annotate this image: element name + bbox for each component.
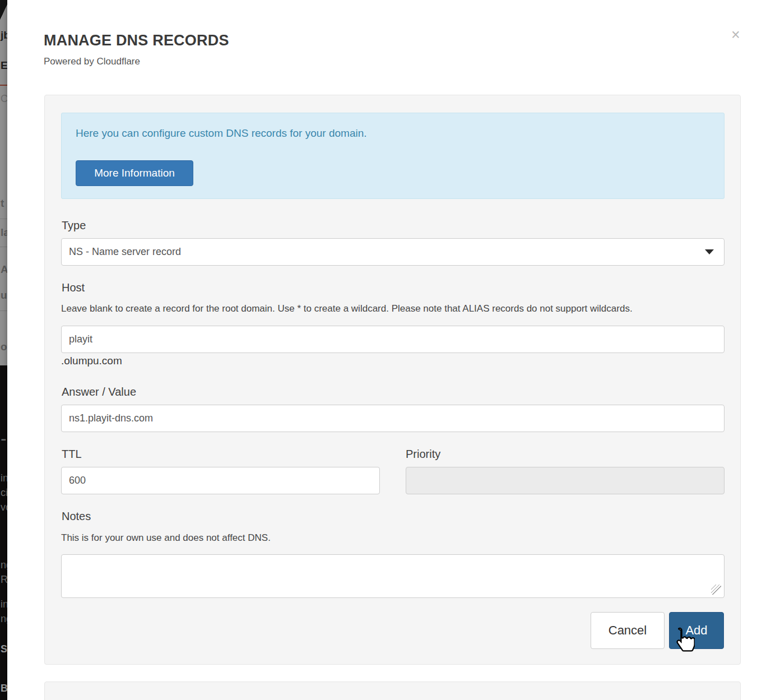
manage-dns-records-modal: MANAGE DNS RECORDS Powered by Cloudflare… [7,0,757,700]
chevron-down-icon [705,249,714,254]
close-icon[interactable]: × [728,27,744,43]
background-text-fragment: SA [1,643,7,655]
priority-label: Priority [406,448,440,461]
background-text-fragment: C [1,93,7,105]
background-divider [0,310,7,311]
modal-title: MANAGE DNS RECORDS [44,32,229,49]
background-text-fragment: BU [1,683,7,694]
background-divider-red [0,85,7,86]
background-text-fragment: un [1,289,7,302]
host-input[interactable] [61,326,725,353]
background-page-strip: jb EV C t la AM un of -[ in cif vo ng R … [0,0,7,700]
add-button[interactable]: Add [669,612,724,649]
host-help-text: Leave blank to create a record for the r… [61,303,633,314]
dns-record-form-panel: Here you can configure custom DNS record… [44,95,741,665]
ttl-label: TTL [62,448,82,461]
background-page-dark-section: -[ in cif vo ng R in ng SA BU [0,365,7,700]
background-text-fragment: vo [1,502,7,513]
priority-input [406,467,725,494]
notes-help-text: This is for your own use and does not af… [61,532,271,544]
info-alert: Here you can configure custom DNS record… [61,113,725,199]
background-text-fragment: t [1,197,4,210]
background-text-fragment: la [1,226,7,239]
host-domain-suffix: .olumpu.com [61,355,122,367]
host-label: Host [62,281,85,294]
notes-textarea[interactable] [61,554,725,598]
type-select-value: NS - Name server record [69,246,181,258]
notes-label: Notes [62,510,91,523]
background-text-fragment: ng [1,559,7,571]
answer-label: Answer / Value [62,386,136,398]
background-text-fragment: in [1,472,7,484]
background-divider [0,219,7,219]
background-logo-fragment [0,0,7,20]
ttl-input[interactable] [61,467,380,494]
cancel-button[interactable]: Cancel [591,612,665,649]
background-text-fragment: jb [1,29,7,41]
modal-subtitle: Powered by Cloudflare [44,56,140,67]
background-text-fragment: in [1,599,7,610]
background-divider [0,247,7,247]
background-text-fragment: R [1,574,7,586]
more-information-button[interactable]: More Information [76,160,193,186]
background-text-fragment: EV [1,59,7,72]
info-alert-message: Here you can configure custom DNS record… [76,127,367,140]
background-text-fragment: of [1,341,7,353]
type-select[interactable]: NS - Name server record [61,238,725,266]
background-text-fragment: AM [1,263,7,276]
background-text-fragment: -[ [1,428,7,449]
answer-input[interactable] [61,405,725,432]
background-text-fragment: ng [1,613,7,625]
background-text-fragment: cif [1,487,7,499]
type-label: Type [62,219,86,232]
next-section-panel [44,682,741,700]
background-page-light-section: jb EV C t la AM un of [0,0,7,365]
